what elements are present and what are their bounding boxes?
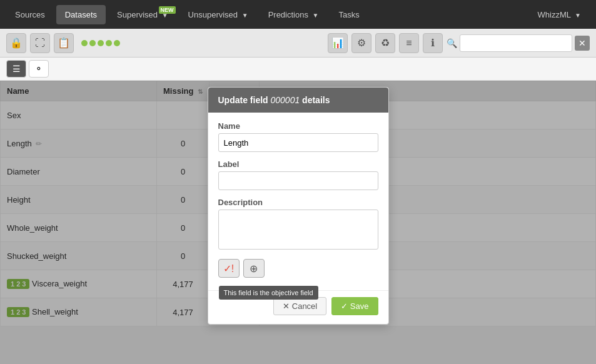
nav-whizzml[interactable]: WhizzML ▼ — [529, 5, 590, 24]
modal-body: Name Label Description ✓! This field is … — [208, 113, 388, 290]
search-area: 🔍 ✕ — [447, 34, 590, 52]
info-icon[interactable]: ℹ — [423, 33, 443, 53]
nav-sources[interactable]: Sources — [6, 5, 54, 24]
toolbar: 🔒 ⛶ 📋 📊 ⚙ ♻ ≡ ℹ 🔍 ✕ — [0, 29, 596, 58]
modal-header: Update field 000001 details — [208, 88, 388, 113]
objective-tooltip: This field is the objective field — [219, 286, 318, 300]
lock-icon[interactable]: 🔒 — [6, 33, 26, 53]
label-form-group: Label — [218, 159, 378, 190]
tab-row: ☰ ⚬ — [0, 58, 596, 81]
modal-title-prefix: Update field — [218, 95, 271, 105]
objective-flag-button[interactable]: ✓! This field is the objective field — [218, 259, 240, 278]
dot-5 — [114, 40, 120, 46]
chart-icon[interactable]: 📊 — [328, 33, 348, 53]
cancel-x-icon: ✕ — [283, 301, 290, 311]
description-form-group: Description — [218, 198, 378, 251]
update-field-modal: Update field 000001 details Name Label D… — [208, 87, 389, 325]
dot-4 — [106, 40, 112, 46]
nav-tasks[interactable]: Tasks — [330, 5, 368, 24]
settings-icon[interactable]: ⚙ — [351, 33, 371, 53]
nav-datasets[interactable]: Datasets — [56, 5, 106, 24]
new-badge: NEW — [159, 6, 176, 14]
name-label: Name — [218, 121, 378, 131]
dataset-type-icon[interactable]: 📋 — [54, 33, 74, 53]
formula-icon[interactable]: ≡ — [399, 33, 419, 53]
nav-unsupervised[interactable]: Unsupervised ▼ — [179, 5, 257, 24]
crosshair-icon: ⊕ — [250, 263, 258, 275]
toolbar-right-actions: 📊 ⚙ ♻ ≡ ℹ 🔍 ✕ — [328, 33, 590, 53]
tab-grid-view[interactable]: ⚬ — [29, 60, 49, 78]
dataset-icon[interactable]: ⛶ — [30, 33, 50, 53]
predictions-arrow: ▼ — [313, 12, 319, 19]
nav-supervised[interactable]: Supervised NEW ▼ — [108, 5, 177, 24]
label-label: Label — [218, 159, 378, 169]
whizzml-arrow: ▼ — [575, 12, 581, 19]
search-icon: 🔍 — [447, 38, 457, 48]
label-input[interactable] — [218, 171, 378, 190]
tab-list-view[interactable]: ☰ — [6, 60, 26, 78]
search-clear-button[interactable]: ✕ — [575, 36, 590, 51]
main-area: Name Missing ⇅ Errors ⇅ Histogram Sex0Le… — [0, 81, 596, 364]
top-navigation: Sources Datasets Supervised NEW ▼ Unsupe… — [0, 0, 596, 29]
save-check-icon: ✓ — [341, 301, 348, 311]
dot-3 — [98, 40, 104, 46]
modal-field-id: 000001 — [271, 95, 300, 105]
unsupervised-arrow: ▼ — [242, 12, 248, 19]
refresh-icon[interactable]: ♻ — [375, 33, 395, 53]
dot-1 — [81, 40, 88, 46]
name-form-group: Name — [218, 121, 378, 152]
cancel-button[interactable]: ✕ Cancel — [273, 297, 326, 315]
flag-icon: ✓! — [223, 263, 234, 275]
progress-dots — [78, 40, 124, 46]
crosshair-button[interactable]: ⊕ — [243, 259, 265, 278]
save-button[interactable]: ✓ Save — [331, 297, 378, 315]
dot-2 — [89, 40, 96, 46]
modal-actions-row: ✓! This field is the objective field ⊕ — [218, 259, 378, 278]
description-textarea[interactable] — [218, 210, 378, 250]
modal-title-suffix: details — [300, 95, 330, 105]
nav-predictions[interactable]: Predictions ▼ — [260, 5, 328, 24]
description-label: Description — [218, 198, 378, 207]
name-input[interactable] — [218, 133, 378, 152]
search-input[interactable] — [460, 34, 572, 52]
modal-overlay: Update field 000001 details Name Label D… — [0, 81, 596, 364]
